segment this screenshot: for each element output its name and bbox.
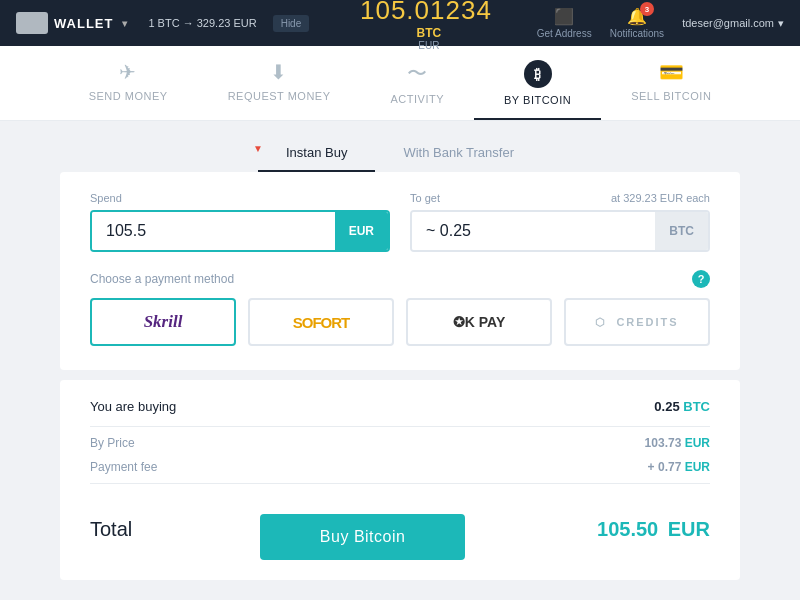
spend-unit: EUR [335, 212, 388, 250]
bitcoin-circle-icon: ₿ [524, 60, 552, 88]
request-money-icon: ⬇ [270, 60, 288, 84]
spend-group: Spend EUR [90, 192, 390, 252]
payment-methods: Skrill SOFORT ✪K PAY ⬡ CREDITS [90, 298, 710, 346]
payment-sofort[interactable]: SOFORT [248, 298, 394, 346]
tab-request-money[interactable]: ⬇ REQUEST MONEY [198, 46, 361, 120]
price-label: By Price [90, 436, 135, 450]
to-get-label: To get [410, 192, 440, 204]
notifications-button[interactable]: 🔔 3 Notifications [610, 7, 664, 39]
summary-buying-row: You are buying 0.25 BTC [90, 394, 710, 422]
tab-sell-bitcoin[interactable]: 💳 SELL BITCOIN [601, 46, 741, 120]
total-row: Total Buy Bitcoin 105.50 EUR [90, 488, 710, 560]
user-dropdown-icon: ▾ [778, 17, 784, 30]
buying-label: You are buying [90, 399, 176, 414]
credits-label: ⬡ CREDITS [595, 316, 678, 329]
tab-activity[interactable]: 〜 ACTIVITY [361, 46, 475, 120]
spend-input-wrap: EUR [90, 210, 390, 252]
payment-skrill[interactable]: Skrill [90, 298, 236, 346]
to-get-input-wrap: BTC [410, 210, 710, 252]
summary-divider-1 [90, 426, 710, 427]
main-content: ▼ Instan Buy With Bank Transfer Spend EU… [0, 121, 800, 600]
summary-price-row: By Price 103.73 EUR [90, 431, 710, 455]
wallet-label: WALLET [54, 16, 113, 31]
buying-value: 0.25 BTC [654, 399, 710, 414]
total-value: 105.50 EUR [593, 518, 710, 541]
spend-input[interactable] [92, 212, 335, 250]
okpay-label: ✪K PAY [453, 314, 505, 330]
wallet-brand[interactable]: WALLET ▾ [16, 12, 128, 34]
sofort-label: SOFORT [293, 314, 350, 331]
payment-label: Choose a payment method [90, 272, 234, 286]
tab-send-money-label: SEND MONEY [89, 90, 168, 102]
balance-display: 105.01234 BTC EUR [321, 0, 536, 51]
fee-label: Payment fee [90, 460, 157, 474]
exchange-rate: 1 BTC → 329.23 EUR [148, 17, 256, 29]
notifications-badge: 3 [640, 2, 654, 16]
user-menu[interactable]: tdeser@gmail.com ▾ [682, 17, 784, 30]
payment-okpay[interactable]: ✪K PAY [406, 298, 552, 346]
help-icon[interactable]: ? [692, 270, 710, 288]
payment-label-row: Choose a payment method ? [90, 270, 710, 288]
payment-section: Choose a payment method ? Skrill SOFORT … [90, 270, 710, 346]
price-value: 103.73 EUR [645, 436, 710, 450]
spend-to-get-row: Spend EUR To get at 329.23 EUR each BTC [90, 192, 710, 252]
rate-label: at 329.23 EUR each [611, 192, 710, 204]
tab-activity-label: ACTIVITY [391, 93, 445, 105]
bell-icon: 🔔 3 [627, 7, 647, 26]
activity-icon: 〜 [407, 60, 428, 87]
nav-actions: ⬛ Get Address 🔔 3 Notifications tdeser@g… [537, 7, 784, 39]
buy-btn-wrap: Buy Bitcoin [260, 514, 466, 560]
get-address-icon: ⬛ [554, 7, 574, 26]
payment-credits[interactable]: ⬡ CREDITS [564, 298, 710, 346]
tab-send-money[interactable]: ✈ SEND MONEY [59, 46, 198, 120]
to-get-unit: BTC [655, 212, 708, 250]
fee-value: + 0.77 EUR [648, 460, 710, 474]
tab-sell-bitcoin-label: SELL BITCOIN [631, 90, 711, 102]
sub-tab-instan-buy[interactable]: Instan Buy [258, 135, 375, 172]
buy-bitcoin-button[interactable]: Buy Bitcoin [260, 514, 466, 560]
send-money-icon: ✈ [119, 60, 137, 84]
topnav: WALLET ▾ 1 BTC → 329.23 EUR Hide 105.012… [0, 0, 800, 46]
wallet-dropdown-icon[interactable]: ▾ [122, 18, 128, 29]
sub-tab-bank-transfer[interactable]: With Bank Transfer [375, 135, 542, 172]
buy-form: Spend EUR To get at 329.23 EUR each BTC [60, 172, 740, 370]
wallet-icon [16, 12, 48, 34]
tabs-bar: ✈ SEND MONEY ⬇ REQUEST MONEY 〜 ACTIVITY … [0, 46, 800, 121]
footer: © 2014, Excange24. All bitcoins operatio… [0, 590, 800, 600]
credits-icon: ⬡ [595, 316, 607, 328]
tab-by-bitcoin-label: BY BITCOIN [504, 94, 571, 106]
hide-button[interactable]: Hide [273, 15, 310, 32]
to-get-input [412, 212, 655, 250]
summary-fee-row: Payment fee + 0.77 EUR [90, 455, 710, 479]
tab-by-bitcoin[interactable]: ₿ BY BITCOIN [474, 46, 601, 120]
tab-request-money-label: REQUEST MONEY [228, 90, 331, 102]
summary-area: You are buying 0.25 BTC By Price 103.73 … [60, 380, 740, 580]
spend-label: Spend [90, 192, 390, 204]
skrill-label: Skrill [144, 312, 183, 332]
summary-divider-2 [90, 483, 710, 484]
sell-bitcoin-icon: 💳 [659, 60, 685, 84]
sub-tabs: ▼ Instan Buy With Bank Transfer [0, 121, 800, 172]
get-address-button[interactable]: ⬛ Get Address [537, 7, 592, 39]
total-label: Total [90, 518, 132, 541]
balance-amount: 105.01234 [360, 0, 492, 25]
to-get-group: To get at 329.23 EUR each BTC [410, 192, 710, 252]
